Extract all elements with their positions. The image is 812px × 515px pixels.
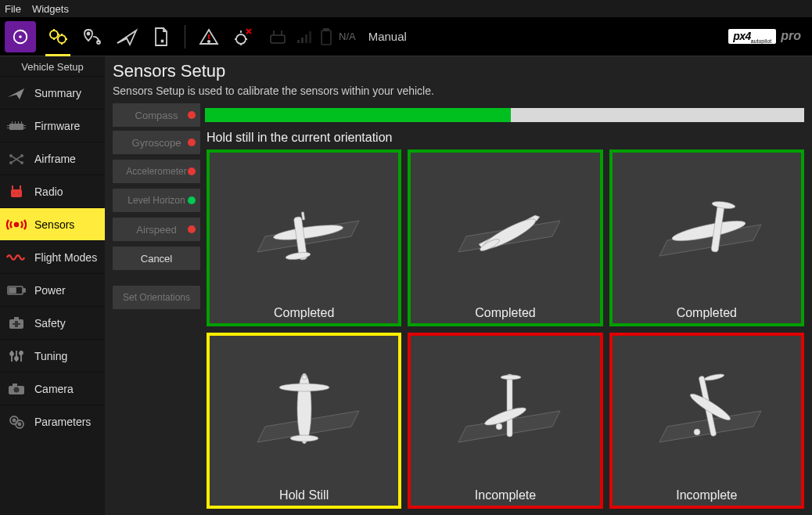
safety-icon: [6, 315, 27, 332]
flight-modes-icon: [6, 249, 27, 266]
sidebar-item-radio[interactable]: Radio: [0, 175, 105, 207]
svg-rect-22: [23, 128, 26, 128]
brand-pro: pro: [781, 29, 801, 43]
svg-rect-24: [15, 121, 16, 124]
sidebar-item-label: Power: [34, 284, 66, 297]
svg-point-50: [15, 357, 18, 360]
status-dot-red: [188, 139, 196, 146]
tile-label: Completed: [210, 304, 398, 323]
level-horizon-button-label: Level Horizon: [128, 195, 185, 206]
svg-point-70: [712, 200, 736, 210]
gyroscope-button-label: Gyroscope: [132, 137, 181, 149]
sidebar-item-label: Sensors: [34, 218, 74, 231]
accelerometer-button[interactable]: Accelerometer: [113, 160, 200, 183]
sidebar-item-firmware[interactable]: Firmware: [0, 109, 105, 142]
svg-point-75: [302, 375, 307, 380]
sidebar-item-label: Firmware: [34, 120, 80, 132]
camera-icon: [6, 380, 27, 398]
sidebar-item-label: Parameters: [34, 416, 91, 428]
svg-rect-21: [23, 125, 26, 126]
svg-point-3: [58, 35, 66, 43]
svg-rect-19: [7, 125, 9, 126]
svg-rect-23: [12, 121, 13, 124]
svg-point-79: [501, 375, 521, 380]
menu-widgets[interactable]: Widgets: [32, 3, 69, 15]
orientation-grid: Completed Completed Completed: [207, 149, 804, 509]
set-orientations-button-label: Set Orientations: [123, 292, 190, 303]
cancel-button[interactable]: Cancel: [113, 247, 200, 270]
sidebar-item-parameters[interactable]: Parameters: [0, 405, 105, 438]
summary-icon: [6, 85, 27, 102]
toolbar-signal-icon: [295, 20, 315, 54]
airspeed-button-label: Airspeed: [136, 224, 176, 236]
toolbar-waypoint-icon[interactable]: [75, 20, 110, 54]
svg-point-57: [13, 419, 16, 421]
toolbar-warning-icon[interactable]: [192, 20, 226, 54]
svg-point-38: [15, 223, 18, 226]
status-dot-red: [188, 111, 196, 119]
accelerometer-button-label: Accelerometer: [126, 166, 186, 177]
status-dot-green: [188, 196, 196, 204]
orientation-tile[interactable]: Completed: [207, 149, 401, 326]
sidebar-item-label: Flight Modes: [34, 251, 97, 264]
level-horizon-button[interactable]: Level Horizon: [113, 189, 200, 212]
svg-point-34: [13, 192, 16, 194]
plane-illustration: [411, 336, 599, 488]
sidebar-item-sensors[interactable]: Sensors: [0, 207, 105, 240]
tile-label: Hold Still: [210, 487, 398, 506]
toolbar-log-icon[interactable]: [144, 20, 178, 54]
orientation-tile[interactable]: Incomplete: [609, 333, 804, 510]
sidebar-item-power[interactable]: Power: [0, 273, 105, 306]
main-panel: Sensors Setup Sensors Setup is used to c…: [105, 56, 812, 515]
menu-file[interactable]: File: [5, 3, 21, 15]
svg-point-1: [19, 35, 22, 38]
menubar: File Widgets: [0, 0, 812, 17]
tile-label: Completed: [411, 304, 599, 323]
sidebar-item-tuning[interactable]: Tuning: [0, 339, 105, 372]
firmware-icon: [6, 117, 27, 135]
tile-label: Incomplete: [411, 487, 599, 506]
toolbar-separator: [185, 25, 185, 49]
orientation-tile[interactable]: Incomplete: [408, 333, 602, 510]
orientation-tile[interactable]: Hold Still: [207, 333, 401, 510]
sidebar-item-airframe[interactable]: Airframe: [0, 142, 105, 175]
parameters-icon: [6, 413, 27, 430]
flight-mode-label[interactable]: Manual: [368, 30, 407, 43]
sidebar-item-flight-modes[interactable]: Flight Modes: [0, 240, 105, 273]
sensor-button-column: Gyroscope Accelerometer Level Horizon Ai…: [113, 131, 200, 509]
instruction-text: Hold still in the current orientation: [207, 131, 804, 145]
svg-point-73: [279, 384, 329, 391]
orientation-tile[interactable]: Completed: [408, 149, 602, 326]
tile-label: Incomplete: [613, 487, 801, 506]
sidebar-item-camera[interactable]: Camera: [0, 372, 105, 405]
calibration-progress: [205, 108, 804, 122]
airframe-icon: [6, 150, 27, 167]
svg-point-54: [14, 387, 20, 392]
page-description: Sensors Setup is used to calibrate the s…: [113, 85, 804, 97]
gyroscope-button[interactable]: Gyroscope: [113, 131, 200, 154]
toolbar-gps-icon[interactable]: [226, 20, 260, 54]
svg-point-8: [236, 34, 246, 44]
svg-rect-12: [297, 40, 300, 43]
status-dot-red: [188, 167, 196, 175]
svg-point-4: [88, 32, 90, 34]
sidebar-item-summary[interactable]: Summary: [0, 76, 105, 109]
app-icon[interactable]: [5, 21, 36, 52]
plane-illustration: [210, 153, 398, 304]
svg-rect-17: [324, 28, 329, 31]
airspeed-button[interactable]: Airspeed: [113, 218, 200, 241]
status-dot-red: [188, 225, 196, 233]
set-orientations-button[interactable]: Set Orientations: [113, 286, 200, 309]
compass-button[interactable]: Compass: [113, 103, 200, 127]
svg-point-49: [10, 352, 13, 355]
svg-point-35: [18, 192, 20, 194]
compass-button-label: Compass: [135, 110, 178, 121]
radio-icon: [6, 183, 27, 200]
svg-rect-40: [23, 289, 25, 292]
toolbar-setup-icon[interactable]: [41, 20, 75, 54]
toolbar-fly-icon[interactable]: [110, 20, 144, 54]
plane-illustration: [613, 153, 801, 304]
sidebar-item-safety[interactable]: Safety: [0, 306, 105, 339]
plane-illustration: [411, 153, 599, 304]
orientation-tile[interactable]: Completed: [609, 149, 804, 326]
